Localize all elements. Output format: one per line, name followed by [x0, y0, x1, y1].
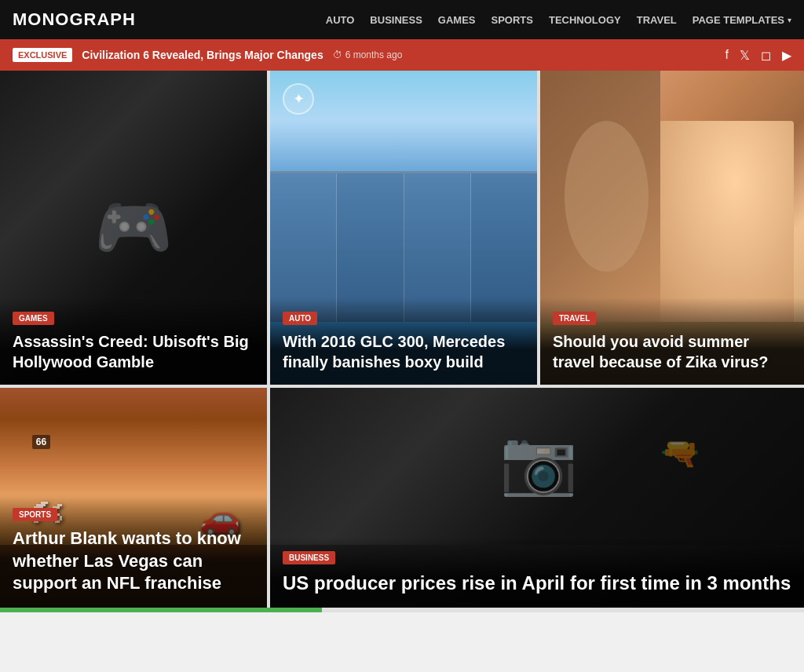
twitter-icon[interactable]: 𝕏: [740, 48, 750, 63]
games-title: Assassin's Creed: Ubisoft's Big Hollywoo…: [13, 331, 254, 372]
nav-auto[interactable]: AUTO: [326, 14, 355, 26]
nav-page-templates[interactable]: PAGE TEMPLATES: [693, 14, 784, 26]
site-logo[interactable]: MONOGRAPH: [13, 9, 136, 30]
auto-category[interactable]: AUTO: [283, 312, 317, 325]
card-business[interactable]: 📷 🔫 BUSINESS US producer prices rise in …: [270, 388, 804, 608]
breaking-time: ⏱ 6 months ago: [333, 49, 403, 60]
controller-icon: 🎮: [94, 191, 173, 265]
auto-title: With 2016 GLC 300, Mercedes finally bani…: [283, 331, 524, 372]
business-overlay: BUSINESS US producer prices rise in Apri…: [270, 537, 804, 608]
facebook-icon[interactable]: f: [725, 48, 729, 62]
social-icons-bar: f 𝕏 ◻ ▶: [725, 48, 791, 63]
bottom-progress-bar: [0, 608, 804, 612]
chevron-down-icon: ▾: [788, 16, 791, 24]
travel-title: Should you avoid summer travel because o…: [553, 331, 795, 372]
sports-overlay: SPORTS Arthur Blank wants to know whethe…: [0, 494, 267, 608]
main-nav: AUTO BUSINESS GAMES SPORTS TECHNOLOGY TR…: [326, 14, 791, 26]
card-games[interactable]: 🎮 GAMES Assassin's Creed: Ubisoft's Big …: [0, 71, 267, 385]
youtube-icon[interactable]: ▶: [782, 48, 791, 63]
nav-business[interactable]: BUSINESS: [370, 14, 422, 26]
breaking-news-bar: EXCLUSIVE Civilization 6 Revealed, Bring…: [0, 39, 804, 71]
instagram-icon[interactable]: ◻: [761, 48, 771, 63]
clock-icon: ⏱: [333, 49, 342, 60]
card-auto[interactable]: ✦ AUTO With 2016 GLC 300, Mercedes final…: [270, 71, 537, 385]
card-sports[interactable]: 🏍 🚗 66 SPORTS Arthur Blank wants to know…: [0, 388, 267, 608]
business-title: US producer prices rise in April for fir…: [283, 571, 795, 595]
articles-grid: 🎮 GAMES Assassin's Creed: Ubisoft's Big …: [0, 71, 804, 608]
travel-overlay: TRAVEL Should you avoid summer travel be…: [540, 298, 804, 385]
exclusive-badge: EXCLUSIVE: [13, 48, 72, 62]
site-header: MONOGRAPH AUTO BUSINESS GAMES SPORTS TEC…: [0, 0, 804, 39]
games-category[interactable]: GAMES: [13, 312, 54, 325]
mercedes-logo: ✦: [283, 83, 314, 115]
nav-travel[interactable]: TRAVEL: [637, 14, 677, 26]
breaking-time-text: 6 months ago: [345, 49, 403, 60]
camera-visual: 📷: [499, 425, 578, 499]
breaking-title[interactable]: Civilization 6 Revealed, Brings Major Ch…: [82, 49, 323, 61]
travel-category[interactable]: TRAVEL: [553, 312, 596, 325]
breaking-left: EXCLUSIVE Civilization 6 Revealed, Bring…: [13, 48, 402, 62]
nav-page-templates-container: PAGE TEMPLATES ▾: [693, 14, 791, 26]
games-overlay: GAMES Assassin's Creed: Ubisoft's Big Ho…: [0, 298, 267, 385]
sports-category[interactable]: SPORTS: [13, 508, 57, 521]
card-travel[interactable]: TRAVEL Should you avoid summer travel be…: [540, 71, 804, 385]
nav-sports[interactable]: SPORTS: [492, 14, 533, 26]
sports-title: Arthur Blank wants to know whether Las V…: [13, 528, 254, 595]
nav-games[interactable]: GAMES: [438, 14, 476, 26]
nav-technology[interactable]: TECHNOLOGY: [549, 14, 621, 26]
auto-overlay: AUTO With 2016 GLC 300, Mercedes finally…: [270, 298, 537, 385]
business-category[interactable]: BUSINESS: [283, 551, 335, 564]
